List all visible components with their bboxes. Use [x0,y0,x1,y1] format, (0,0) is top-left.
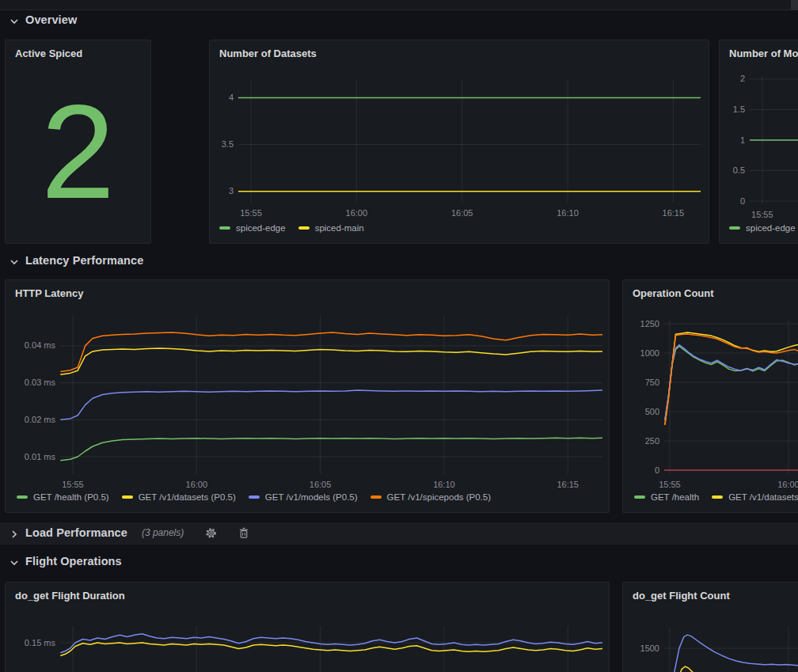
legend-swatch [17,495,28,499]
legend-item[interactable]: GET /v1/spicepods (P0.5) [370,492,491,502]
do-get-flight-duration-chart[interactable]: 0.15 ms15:5516:0016:0516:1016:15 [60,626,602,672]
legend-item[interactable]: GET /health (P0.5) [17,492,109,502]
y-tick-label: 1500 [614,643,659,655]
legend-swatch [729,226,740,230]
section-header-flight-operations[interactable]: Flight Operations [10,555,122,568]
section-title: Latency Performance [25,254,143,267]
panel-title[interactable]: Number of Datasets [210,40,709,64]
trash-icon[interactable] [238,526,250,539]
grafana-dashboard: Overview Active Spiced 2 Number of Datas… [0,0,798,672]
x-tick-label: 16:10 [420,479,468,491]
legend-label: spiced-main [315,223,364,233]
x-tick-label: 16:10 [544,207,591,219]
panel-do-get-flight-count: do_get Flight Count 150015:5516:0016:05 [622,582,798,672]
legend-label: spiced-edge [746,223,796,233]
legend-label: GET /v1/spicepods (P0.5) [387,492,491,502]
chevron-down-icon [10,256,19,265]
series-line [665,346,798,420]
y-tick-label: 0.02 ms [10,414,55,426]
chart-canvas [664,626,798,672]
y-tick-label: 1.5 [699,104,745,116]
x-tick-label: 16:05 [439,207,486,219]
panel-number-of-datasets: Number of Datasets 33.5415:5516:0016:051… [209,40,709,244]
operation-count-chart[interactable]: 02505007501000125015:5516:0016:05 [664,320,798,474]
legend-label: GET /v1/datasets (P0.5) [139,492,236,502]
number-of-models-chart[interactable]: 00.511.5215:5516:00 [750,76,798,204]
legend-item[interactable]: spiced-main [298,223,364,233]
section-title: Overview [25,13,77,26]
x-tick-label: 16:15 [544,479,591,491]
legend-item[interactable]: spiced-edge [219,223,286,233]
panel-do-get-flight-duration: do_get Flight Duration 0.15 ms15:5516:00… [5,582,610,672]
panel-title[interactable]: HTTP Latency [6,280,609,304]
chevron-down-icon [10,556,19,566]
y-tick-label: 0.15 ms [10,637,55,649]
section-header-overview[interactable]: Overview [10,13,77,26]
legend-swatch [634,495,645,499]
y-tick-label: 0.03 ms [10,377,55,389]
section-title: Load Performance [25,526,127,539]
legend: GET /health (P0.5)GET /v1/datasets (P0.5… [17,492,491,502]
x-tick-label: 15:55 [646,479,694,491]
x-tick-label: 15:55 [227,207,275,219]
x-tick-label: 16:00 [332,207,380,219]
y-tick-label: 3.5 [188,139,234,150]
legend-item[interactable]: GET /v1/datasets (P0.5) [122,492,236,502]
series-line [60,332,602,372]
x-tick-label: 15:55 [739,209,786,221]
legend-swatch [122,495,133,499]
legend-swatch [712,495,723,499]
chart-canvas [664,320,798,474]
panel-active-spiced: Active Spiced 2 [5,40,151,244]
legend-swatch [249,495,260,499]
panel-title[interactable]: Active Spiced [6,40,150,64]
panel-title[interactable]: do_get Flight Count [623,583,798,606]
stat-value: 2 [6,67,150,237]
panel-title[interactable]: do_get Flight Duration [6,583,609,606]
y-tick-label: 0.5 [699,165,745,177]
number-of-datasets-chart[interactable]: 33.5415:5516:0016:0516:1016:15 [238,80,701,203]
x-tick-label: 16:00 [765,479,798,491]
y-tick-label: 2 [699,73,745,85]
y-tick-label: 0.01 ms [10,451,55,463]
chevron-down-icon [10,15,19,25]
scrollbar-thumb[interactable] [791,0,798,10]
legend-item[interactable]: GET /v1/models (P0.5) [249,492,358,502]
panel-title[interactable]: Number of Models [720,40,798,64]
series-line [60,348,602,374]
legend-item[interactable]: GET /v1/datasets [712,492,798,502]
http-latency-chart[interactable]: 0.01 ms0.02 ms0.03 ms0.04 ms15:5516:0016… [60,316,602,474]
panel-number-of-models: Number of Models 00.511.5215:5516:00 spi… [719,40,798,244]
panel-count-label: (3 panels) [142,527,184,538]
chart-canvas [750,76,798,204]
section-header-latency-performance[interactable]: Latency Performance [10,254,143,267]
panel-title[interactable]: Operation Count [623,280,798,304]
gear-icon[interactable] [204,526,217,539]
legend: spiced-edgespiced-main [219,223,364,233]
legend-label: GET /health [651,492,699,502]
do-get-flight-count-chart[interactable]: 150015:5516:0016:05 [664,626,798,672]
y-tick-label: 0 [614,465,659,476]
legend-item[interactable]: GET /health [634,492,699,502]
y-tick-label: 500 [614,406,659,418]
legend: spiced-edge [729,223,796,233]
chart-canvas [238,80,701,203]
y-tick-label: 0 [699,196,745,207]
y-tick-label: 750 [614,377,659,389]
legend-swatch [370,495,382,499]
y-tick-label: 0.04 ms [10,340,55,351]
y-tick-label: 4 [188,92,234,104]
section-header-load-performance[interactable]: Load Performance (3 panels) [10,526,250,539]
x-tick-label: 16:05 [297,479,344,491]
chart-canvas [60,626,602,672]
y-tick-label: 250 [614,435,659,447]
legend-item[interactable]: spiced-edge [729,223,796,233]
y-tick-label: 1000 [614,347,659,359]
series-line [671,666,798,672]
legend-label: GET /health (P0.5) [33,492,109,502]
series-line [60,390,602,420]
y-tick-label: 1 [699,135,745,146]
section-title: Flight Operations [25,555,122,568]
legend-swatch [219,226,230,230]
legend-label: spiced-edge [236,223,286,233]
